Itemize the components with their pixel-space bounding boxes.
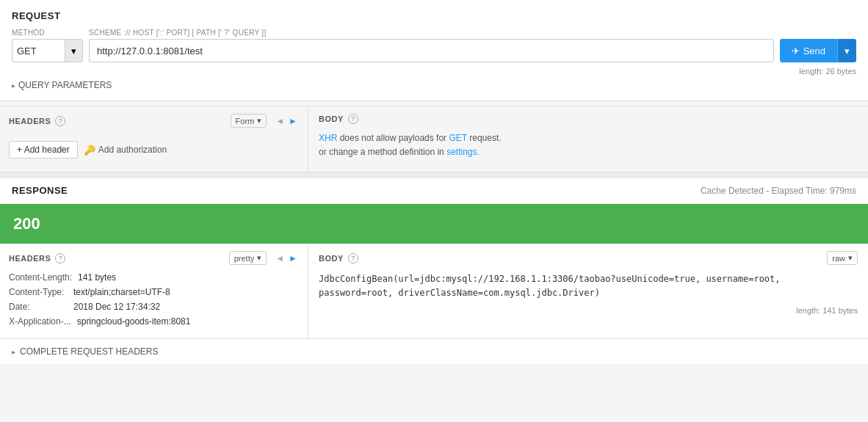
nav-left-arrow[interactable]: ◄ bbox=[274, 116, 286, 126]
header-key-content-length: Content-Length: bbox=[9, 272, 72, 283]
send-icon: ✈ bbox=[792, 46, 800, 57]
status-code: 200 bbox=[13, 214, 40, 233]
response-body-length: length: 141 bytes bbox=[319, 306, 858, 315]
form-chevron-down-icon: ▾ bbox=[257, 116, 261, 125]
method-dropdown-button[interactable]: ▾ bbox=[65, 40, 82, 62]
header-key-x-application: X-Application-... bbox=[9, 316, 71, 327]
method-select-wrapper[interactable]: GET POST PUT DELETE PATCH HEAD OPTIONS ▾ bbox=[12, 39, 83, 62]
header-value-content-type: text/plain;charset=UTF-8 bbox=[73, 287, 170, 297]
method-label: METHOD bbox=[12, 29, 83, 37]
pretty-chevron-down-icon: ▾ bbox=[257, 253, 261, 263]
header-value-content-length: 141 bytes bbox=[78, 272, 116, 283]
header-item-content-type: Content-Type: text/plain;charset=UTF-8 bbox=[9, 287, 299, 297]
header-item-date: Date: 2018 Dec 12 17:34:32 bbox=[9, 302, 299, 312]
response-headers-title: HEADERS bbox=[9, 254, 51, 263]
response-section: RESPONSE Cache Detected - Elapsed Time: … bbox=[0, 178, 868, 364]
request-title: REQUEST bbox=[12, 10, 856, 21]
chevron-down-icon: ▾ bbox=[71, 46, 76, 57]
response-body-help-icon[interactable]: ? bbox=[348, 253, 358, 263]
response-headers-panel: HEADERS ? pretty ▾ ◄ ► bbox=[0, 244, 308, 338]
response-body-content: JdbcConfigBean(url=jdbc:mysql://192.168.… bbox=[319, 272, 858, 300]
body-panel-title: BODY bbox=[319, 114, 344, 123]
send-button[interactable]: ✈ Send bbox=[780, 39, 837, 62]
pretty-label: pretty bbox=[234, 254, 255, 263]
header-value-x-application: springcloud-goods-item:8081 bbox=[77, 316, 191, 327]
xhr-notice: XHR does not allow payloads for GET requ… bbox=[319, 131, 858, 159]
complete-headers-arrow: ▸ bbox=[12, 348, 15, 356]
complete-request-headers-row[interactable]: ▸ COMPLETE REQUEST HEADERS bbox=[0, 338, 868, 364]
settings-link[interactable]: settings. bbox=[446, 147, 480, 157]
send-dropdown-button[interactable]: ▾ bbox=[837, 39, 856, 62]
query-params-label: QUERY PARAMETERS bbox=[18, 80, 112, 90]
complete-headers-label: COMPLETE REQUEST HEADERS bbox=[20, 346, 158, 357]
header-key-date: Date: bbox=[9, 302, 68, 312]
method-select[interactable]: GET POST PUT DELETE PATCH HEAD OPTIONS bbox=[12, 43, 65, 59]
response-headers-help-icon[interactable]: ? bbox=[55, 253, 65, 263]
raw-label: raw bbox=[832, 254, 845, 263]
header-item-content-length: Content-Length: 141 bytes bbox=[9, 272, 299, 283]
request-section: REQUEST METHOD GET POST PUT DELETE PATCH… bbox=[0, 0, 868, 101]
key-icon: 🔑 bbox=[84, 145, 95, 156]
chevron-down-icon: ▾ bbox=[845, 46, 850, 57]
response-content: HEADERS ? pretty ▾ ◄ ► bbox=[0, 244, 868, 364]
response-title: RESPONSE bbox=[12, 185, 68, 196]
get-link[interactable]: GET bbox=[449, 133, 466, 143]
raw-dropdown[interactable]: raw ▾ bbox=[827, 251, 858, 265]
raw-chevron-down-icon: ▾ bbox=[848, 253, 853, 263]
response-panels: HEADERS ? pretty ▾ ◄ ► bbox=[0, 244, 868, 338]
add-header-button[interactable]: + Add header bbox=[9, 141, 78, 159]
body-help-icon[interactable]: ? bbox=[348, 114, 358, 124]
cache-info: Cache Detected - Elapsed Time: 979ms bbox=[701, 186, 856, 196]
header-key-content-type: Content-Type: bbox=[9, 287, 68, 297]
header-item-x-application: X-Application-... springcloud-goods-item… bbox=[9, 316, 299, 327]
scheme-label: SCHEME :// HOST [':' PORT] [ PATH [' ?' … bbox=[89, 29, 774, 37]
request-headers-panel: HEADERS ? Form ▾ ◄ ► + Add header 🔑 Add … bbox=[0, 106, 308, 172]
section-divider bbox=[0, 172, 868, 178]
headers-body-container: HEADERS ? Form ▾ ◄ ► + Add header 🔑 Add … bbox=[0, 106, 868, 172]
url-length-info: length: 26 bytes bbox=[12, 67, 856, 76]
status-bar: 200 bbox=[0, 204, 868, 244]
add-authorization-button[interactable]: 🔑 Add authorization bbox=[84, 145, 167, 156]
header-value-date: 2018 Dec 12 17:34:32 bbox=[73, 302, 160, 312]
xhr-link[interactable]: XHR bbox=[319, 133, 337, 143]
form-label: Form bbox=[236, 117, 255, 125]
query-params-row[interactable]: ▸ QUERY PARAMETERS bbox=[12, 76, 856, 93]
response-body-title: BODY bbox=[319, 254, 344, 263]
nav-right-arrow[interactable]: ► bbox=[287, 116, 299, 126]
url-input[interactable] bbox=[89, 39, 774, 62]
headers-help-icon[interactable]: ? bbox=[55, 116, 65, 126]
response-header-bar: RESPONSE Cache Detected - Elapsed Time: … bbox=[0, 178, 868, 204]
response-headers-list: Content-Length: 141 bytes Content-Type: … bbox=[9, 272, 299, 327]
request-body-panel: BODY ? XHR does not allow payloads for G… bbox=[308, 106, 868, 172]
pretty-dropdown[interactable]: pretty ▾ bbox=[229, 251, 267, 265]
form-dropdown[interactable]: Form ▾ bbox=[231, 114, 267, 128]
resp-nav-left-arrow[interactable]: ◄ bbox=[274, 253, 286, 263]
query-params-arrow: ▸ bbox=[12, 81, 15, 90]
headers-panel-title: HEADERS bbox=[9, 117, 51, 125]
resp-nav-right-arrow[interactable]: ► bbox=[287, 253, 299, 263]
response-body-panel: BODY ? raw ▾ JdbcConfigBean(url=jdbc:mys… bbox=[308, 244, 868, 338]
